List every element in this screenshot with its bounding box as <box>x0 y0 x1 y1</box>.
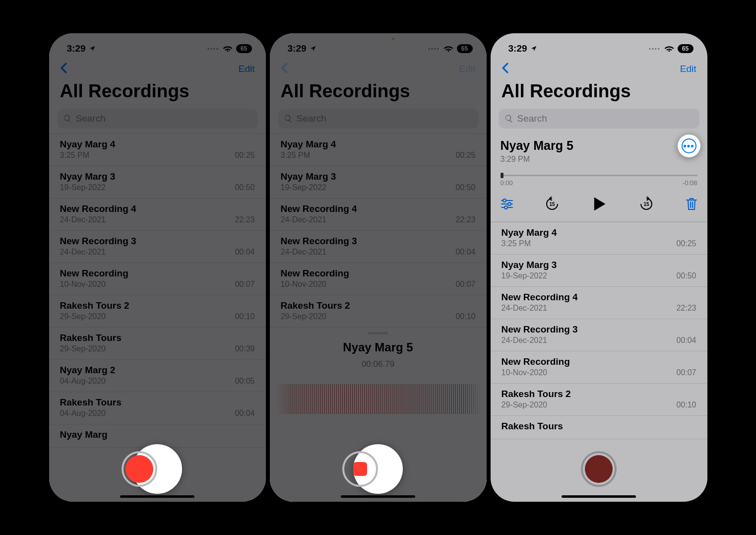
recordings-list: Nyay Marg 43:25 PM00:25Nyay Marg 319-Sep… <box>491 222 707 439</box>
search-icon <box>504 114 513 123</box>
signal-dots-icon: •••• <box>649 46 660 52</box>
recording-row[interactable]: Rakesh Tours 229-Sep-202000:10 <box>270 295 487 328</box>
record-button[interactable] <box>581 451 617 487</box>
nav-bar: Edit <box>491 59 707 79</box>
recording-row[interactable]: New Recording 424-Dec-202122:23 <box>49 199 266 231</box>
recording-row[interactable]: New Recording 324-Dec-202100:04 <box>49 231 266 263</box>
recording-duration: 22:23 <box>235 215 254 224</box>
recording-title: New Recording 4 <box>60 203 255 214</box>
recording-row[interactable]: Nyay Marg 319-Sep-202200:50 <box>270 166 487 199</box>
recording-title: Nyay Marg 4 <box>60 139 255 150</box>
wifi-icon <box>223 45 233 52</box>
search-placeholder: Search <box>76 113 106 124</box>
recording-duration: 00:25 <box>235 151 254 160</box>
recording-row[interactable]: Nyay Marg 319-Sep-202200:50 <box>49 166 266 199</box>
back-button[interactable] <box>502 63 509 75</box>
recording-row[interactable]: Nyay Marg 43:25 PM00:25 <box>49 134 266 166</box>
recording-row[interactable]: New Recording 424-Dec-202122:23 <box>491 287 707 319</box>
recording-date: 29-Sep-2020 <box>502 401 548 409</box>
recording-duration: 22:23 <box>455 215 475 224</box>
home-indicator[interactable] <box>120 495 194 498</box>
recording-row[interactable]: New Recording 324-Dec-202100:04 <box>270 231 487 263</box>
recording-title: New Recording 4 <box>502 292 696 303</box>
delete-button[interactable] <box>686 198 697 210</box>
edit-button[interactable]: Edit <box>239 64 255 74</box>
battery-icon: 65 <box>457 44 473 53</box>
recording-date: 24-Dec-2021 <box>502 304 548 313</box>
recording-date: 29-Sep-2020 <box>281 312 327 321</box>
recording-date: 04-Aug-2020 <box>60 377 106 386</box>
search-input[interactable]: Search <box>57 109 258 129</box>
recording-title: Rakesh Tours 2 <box>281 300 476 311</box>
recording-row[interactable]: New Recording 324-Dec-202100:04 <box>491 319 707 351</box>
search-input[interactable]: Search <box>278 109 479 129</box>
back-button[interactable] <box>60 63 67 75</box>
wifi-icon <box>443 45 453 52</box>
recording-row[interactable]: Nyay Marg 319-Sep-202200:50 <box>491 255 707 287</box>
search-input[interactable]: Search <box>499 109 699 129</box>
recording-row[interactable]: New Recording10-Nov-202000:07 <box>270 263 487 295</box>
recording-row[interactable]: Rakesh Tours 229-Sep-202000:10 <box>491 384 707 416</box>
recording-row[interactable]: Nyay Marg 43:25 PM00:25 <box>491 222 707 255</box>
recording-title: New Recording <box>281 268 476 279</box>
recording-duration: 00:07 <box>676 368 696 377</box>
recording-title: Nyay Marg 3 <box>502 260 696 270</box>
recording-date: 10-Nov-2020 <box>60 280 106 289</box>
recording-date: 24-Dec-2021 <box>60 248 106 257</box>
recording-title: Rakesh Tours <box>60 397 255 408</box>
status-bar: 3:29 ● •••• 65 <box>270 33 487 59</box>
options-button[interactable] <box>501 199 513 209</box>
home-indicator[interactable] <box>562 495 636 498</box>
edit-button: Edit <box>459 64 476 74</box>
battery-icon: 65 <box>678 44 693 53</box>
trash-icon <box>686 198 697 210</box>
edit-button[interactable]: Edit <box>680 64 696 74</box>
clock: 3:29 <box>288 43 307 54</box>
recording-title: Rakesh Tours 2 <box>502 389 696 400</box>
scrubber-knob[interactable] <box>501 173 504 178</box>
svg-point-5 <box>504 206 507 209</box>
back-button <box>281 63 288 75</box>
recording-title: Nyay Marg 2 <box>60 365 255 376</box>
page-title: All Recordings <box>270 79 487 109</box>
forward-15-button[interactable]: 15 <box>639 197 654 211</box>
recording-title: Nyay Marg 3 <box>60 171 255 182</box>
recording-title: New Recording 3 <box>502 324 696 335</box>
status-bar: 3:29 •••• 65 <box>49 33 266 59</box>
home-indicator[interactable] <box>341 495 415 498</box>
recording-row[interactable]: New Recording10-Nov-202000:07 <box>491 351 707 384</box>
svg-point-1 <box>503 199 506 202</box>
recording-row[interactable]: Rakesh Tours04-Aug-202000:04 <box>49 392 266 424</box>
sheet-grabber-icon[interactable] <box>368 332 388 334</box>
recording-duration: 00:10 <box>455 312 475 321</box>
clock: 3:29 <box>508 43 527 54</box>
rewind-15-button[interactable]: 15 <box>545 197 560 211</box>
recording-duration: 00:25 <box>676 239 696 248</box>
recording-title: Nyay Marg 4 <box>502 227 696 238</box>
player-card: Nyay Marg 5 3:29 PM ••• 0:00 -0:08 <box>491 134 707 222</box>
recording-row[interactable]: New Recording 424-Dec-202122:23 <box>270 199 487 231</box>
recording-title: New Recording <box>60 268 255 279</box>
recording-date: 24-Dec-2021 <box>281 248 327 257</box>
recording-row[interactable]: New Recording10-Nov-202000:07 <box>49 263 266 295</box>
recording-date: 29-Sep-2020 <box>60 312 106 321</box>
rewind-15-icon: 15 <box>545 197 560 211</box>
play-button[interactable] <box>591 196 608 212</box>
recording-row[interactable]: Nyay Marg 204-Aug-202000:05 <box>49 360 266 392</box>
recording-row[interactable]: Rakesh Tours 229-Sep-202000:10 <box>49 295 266 328</box>
recording-title: Nyay Marg 3 <box>281 171 476 182</box>
recording-elapsed: 00:06.79 <box>270 359 487 369</box>
player-title: Nyay Marg 5 <box>501 138 573 153</box>
recording-date: 10-Nov-2020 <box>502 368 548 377</box>
page-title: All Recordings <box>49 79 266 109</box>
recording-duration: 00:50 <box>676 271 696 280</box>
scrubber[interactable] <box>501 175 697 176</box>
recording-duration: 00:04 <box>676 336 696 345</box>
recording-row[interactable]: Rakesh Tours29-Sep-202000:39 <box>49 328 266 360</box>
status-bar: 3:29 •••• 65 <box>491 33 707 59</box>
sliders-icon <box>501 199 513 209</box>
recording-duration: 22:23 <box>676 304 696 313</box>
recording-row[interactable]: Nyay Marg 43:25 PM00:25 <box>270 134 487 166</box>
recording-row[interactable]: Rakesh Tours <box>491 416 707 439</box>
svg-text:15: 15 <box>644 201 650 207</box>
